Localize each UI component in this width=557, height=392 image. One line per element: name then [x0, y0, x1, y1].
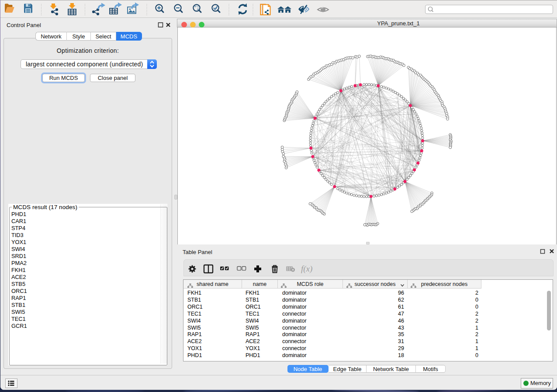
- svg-text:f(x): f(x): [301, 264, 312, 274]
